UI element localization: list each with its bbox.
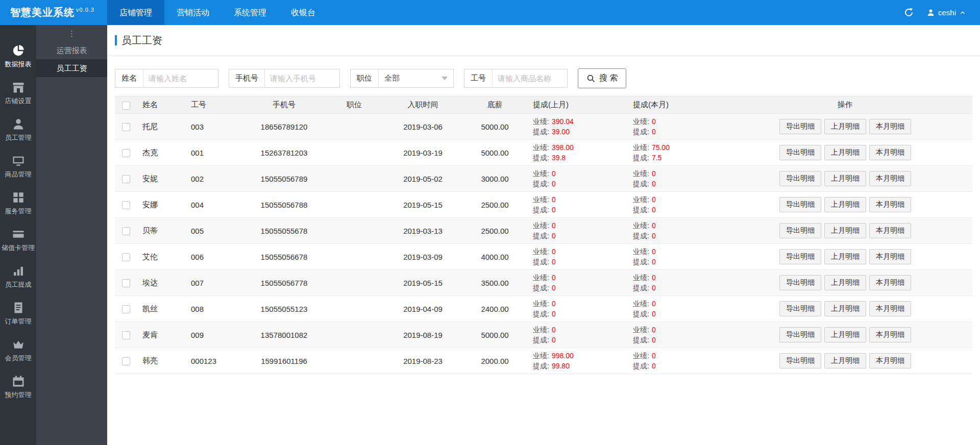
this-month-detail-button[interactable]: 本月明细	[869, 301, 911, 316]
search-button[interactable]: 搜 索	[578, 68, 626, 88]
export-detail-button[interactable]: 导出明细	[779, 327, 821, 342]
bar-chart-icon	[12, 265, 24, 277]
user-menu[interactable]: ceshi	[927, 8, 966, 17]
export-detail-button[interactable]: 导出明细	[779, 249, 821, 264]
commission-line: 提成:0	[633, 361, 778, 371]
sidebar-item-value-card[interactable]: 储值卡管理	[0, 222, 36, 259]
row-checkbox[interactable]	[122, 201, 130, 209]
phone-input[interactable]	[265, 69, 339, 87]
last-month-detail-button[interactable]: 上月明细	[824, 223, 866, 238]
submenu-toggle-icon[interactable]: ⋮	[36, 25, 107, 41]
metric-label: 业绩:	[533, 248, 549, 256]
last-month-detail-button[interactable]: 上月明细	[824, 249, 866, 264]
jobno-input[interactable]	[493, 69, 567, 87]
commission-line: 提成:0	[633, 283, 778, 293]
export-detail-button[interactable]: 导出明细	[779, 145, 821, 160]
job-no-cell: 004	[186, 192, 243, 218]
export-detail-button[interactable]: 导出明细	[779, 197, 821, 212]
commission-cell: 业绩:398.00提成:39.8	[528, 140, 628, 166]
select-all-checkbox[interactable]	[122, 102, 130, 110]
metric-value: 0	[652, 221, 656, 230]
nav-item[interactable]: 收银台	[279, 0, 328, 25]
sidebar-item-data-report[interactable]: 数据报表	[0, 38, 36, 75]
position-cell	[325, 140, 384, 166]
nav-item[interactable]: 店铺管理	[107, 0, 164, 25]
phone-filter-label: 手机号	[229, 69, 265, 87]
row-actions-cell: 导出明细上月明细本月明细	[778, 218, 912, 244]
app-version: v0.0.3	[76, 7, 94, 13]
nav-item[interactable]: 系统管理	[222, 0, 279, 25]
submenu-item[interactable]: 运营报表	[36, 41, 107, 59]
this-month-detail-button[interactable]: 本月明细	[869, 327, 911, 342]
row-checkbox[interactable]	[122, 149, 130, 157]
this-month-detail-button[interactable]: 本月明细	[869, 249, 911, 264]
last-month-detail-button[interactable]: 上月明细	[824, 145, 866, 160]
row-checkbox-cell	[115, 348, 137, 374]
position-cell	[325, 166, 384, 192]
submenu-item[interactable]: 员工工资	[36, 59, 107, 77]
row-checkbox[interactable]	[122, 253, 130, 261]
phone-cell: 15055056778	[243, 270, 325, 296]
column-header: 提成(本月)	[628, 96, 778, 114]
search-button-label: 搜 索	[599, 73, 618, 84]
export-detail-button[interactable]: 导出明细	[779, 275, 821, 290]
phone-cell: 15055056789	[243, 166, 325, 192]
last-month-detail-button[interactable]: 上月明细	[824, 171, 866, 186]
phone-cell: 15991601196	[243, 348, 325, 374]
sidebar-item-commission[interactable]: 员工提成	[0, 259, 36, 295]
row-checkbox[interactable]	[122, 331, 130, 339]
metric-label: 业绩:	[633, 248, 649, 256]
row-checkbox[interactable]	[122, 305, 130, 313]
employee-name-cell: 贝蒂	[137, 218, 186, 244]
position-select[interactable]: 全部	[379, 69, 453, 87]
row-actions-cell: 导出明细上月明细本月明细	[778, 296, 912, 322]
last-month-detail-button[interactable]: 上月明细	[824, 353, 866, 368]
this-month-detail-button[interactable]: 本月明细	[869, 197, 911, 212]
sidebar-item-goods[interactable]: 商品管理	[0, 149, 36, 185]
last-month-detail-button[interactable]: 上月明细	[824, 301, 866, 316]
this-month-detail-button[interactable]: 本月明细	[869, 275, 911, 290]
this-month-detail-button[interactable]: 本月明细	[869, 223, 911, 238]
sidebar-item-label: 订单管理	[5, 317, 32, 326]
commission-cell: 业绩:0提成:0	[628, 270, 778, 296]
sidebar-item-shop-settings[interactable]: 店铺设置	[0, 75, 36, 112]
export-detail-button[interactable]: 导出明细	[779, 119, 821, 134]
sidebar-item-members[interactable]: 会员管理	[0, 332, 36, 369]
export-detail-button[interactable]: 导出明细	[779, 223, 821, 238]
job-no-cell: 005	[186, 218, 243, 244]
position-cell	[325, 218, 384, 244]
metric-label: 业绩:	[633, 221, 649, 230]
last-month-detail-button[interactable]: 上月明细	[824, 119, 866, 134]
row-checkbox[interactable]	[122, 357, 130, 365]
sidebar-item-booking[interactable]: 预约管理	[0, 369, 36, 406]
position-cell	[325, 114, 384, 140]
hire-date-cell: 2019-03-19	[384, 140, 462, 166]
metric-value: 0	[652, 248, 656, 256]
refresh-icon[interactable]	[904, 8, 914, 17]
row-checkbox[interactable]	[122, 279, 130, 287]
sidebar-item-services[interactable]: 服务管理	[0, 185, 36, 222]
this-month-detail-button[interactable]: 本月明细	[869, 353, 911, 368]
this-month-detail-button[interactable]: 本月明细	[869, 171, 911, 186]
performance-line: 业绩:0	[533, 168, 628, 179]
metric-value: 0	[552, 336, 556, 344]
performance-line: 业绩:0	[633, 220, 778, 231]
last-month-detail-button[interactable]: 上月明细	[824, 197, 866, 212]
this-month-detail-button[interactable]: 本月明细	[869, 119, 911, 134]
row-checkbox[interactable]	[122, 175, 130, 183]
header-filler-cell	[912, 96, 972, 114]
nav-item[interactable]: 营销活动	[164, 0, 222, 25]
metric-label: 业绩:	[633, 352, 649, 360]
row-checkbox[interactable]	[122, 227, 130, 235]
name-input[interactable]	[143, 69, 218, 87]
export-detail-button[interactable]: 导出明细	[779, 353, 821, 368]
sidebar-item-orders[interactable]: 订单管理	[0, 295, 36, 332]
export-detail-button[interactable]: 导出明细	[779, 171, 821, 186]
row-checkbox[interactable]	[122, 123, 130, 131]
row-actions-cell: 导出明细上月明细本月明细	[778, 192, 912, 218]
last-month-detail-button[interactable]: 上月明细	[824, 327, 866, 342]
last-month-detail-button[interactable]: 上月明细	[824, 275, 866, 290]
export-detail-button[interactable]: 导出明细	[779, 301, 821, 316]
this-month-detail-button[interactable]: 本月明细	[869, 145, 911, 160]
sidebar-item-staff[interactable]: 员工管理	[0, 112, 36, 149]
